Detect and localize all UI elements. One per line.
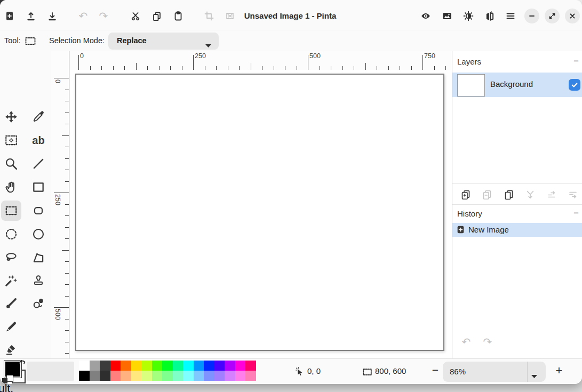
palette-swatch[interactable] (141, 361, 152, 371)
minimize-button[interactable] (524, 9, 539, 23)
palette-swatch[interactable] (204, 371, 214, 381)
palette-swatch[interactable] (235, 361, 246, 371)
delete-layer-button[interactable] (481, 189, 493, 201)
move-layer-down-button[interactable] (567, 189, 579, 201)
tool-zoom[interactable] (1, 154, 21, 174)
selection-mode-dropdown[interactable]: Replace (108, 33, 219, 50)
text-tool-icon: ab (32, 135, 44, 146)
tool-text[interactable]: ab (28, 130, 49, 150)
zoom-dropdown[interactable]: 86% (443, 362, 546, 382)
palette-swatch[interactable] (214, 371, 225, 381)
palette-swatch[interactable] (121, 371, 131, 381)
palette-swatch[interactable] (173, 361, 184, 371)
palette-swatch[interactable] (152, 371, 163, 381)
tool-lasso-select[interactable] (1, 247, 21, 268)
tool-rounded-rectangle[interactable] (28, 201, 49, 221)
history-collapse-button[interactable]: − (572, 210, 580, 218)
add-layer-button[interactable] (460, 189, 472, 201)
palette-swatch[interactable] (183, 361, 194, 371)
palette-swatch[interactable] (235, 371, 246, 381)
reset-colors-swatch[interactable] (2, 378, 7, 383)
palette-swatch[interactable] (173, 371, 184, 381)
palette-swatch[interactable] (162, 361, 173, 371)
tool-clone-stamp[interactable] (28, 270, 49, 291)
palette-swatch[interactable] (110, 371, 121, 381)
undo-icon: ↶ (79, 11, 88, 21)
tool-paintbrush[interactable] (1, 293, 21, 314)
ruler-tick (445, 66, 446, 70)
close-button[interactable] (565, 9, 580, 23)
separator (452, 204, 582, 205)
new-image-button[interactable] (4, 11, 15, 21)
zoom-in-button[interactable]: + (554, 364, 564, 378)
palette-swatch[interactable] (131, 371, 142, 381)
image-menu-button[interactable] (442, 11, 452, 21)
tool-rectangle[interactable] (28, 177, 49, 197)
undo-button[interactable]: ↶ (78, 11, 89, 21)
palette-swatch[interactable] (100, 371, 110, 381)
palette-swatch[interactable] (90, 361, 100, 371)
cut-button[interactable] (130, 11, 141, 21)
layer-row-background[interactable]: Background (452, 73, 582, 97)
duplicate-layer-button[interactable] (503, 189, 515, 201)
history-item-new-image[interactable]: New Image (452, 223, 582, 237)
palette-swatch[interactable] (141, 371, 152, 381)
palette-swatch[interactable] (79, 371, 90, 381)
save-image-button[interactable] (47, 11, 58, 21)
tool-pencil[interactable] (1, 316, 21, 337)
tool-ellipse-select[interactable] (1, 224, 21, 244)
deselect-button[interactable] (225, 11, 235, 21)
zoom-out-button[interactable]: − (430, 364, 441, 378)
layers-collapse-button[interactable]: − (572, 58, 580, 66)
layer-visibility-checkbox[interactable] (569, 79, 580, 91)
palette-swatch[interactable] (245, 371, 256, 381)
maximize-button[interactable] (545, 9, 560, 23)
redo-button[interactable]: ↷ (98, 11, 109, 21)
tool-rectangle-select[interactable] (1, 201, 21, 221)
view-menu-button[interactable] (420, 11, 431, 21)
palette-swatch[interactable] (110, 361, 121, 371)
move-layer-up-button[interactable] (546, 189, 557, 201)
swap-colors-icon[interactable] (18, 359, 26, 369)
palette-swatch[interactable] (194, 361, 204, 371)
recently-used-colors[interactable] (27, 362, 74, 381)
tool-line-curve[interactable] (28, 154, 49, 174)
paste-button[interactable] (173, 11, 184, 21)
palette-swatch[interactable] (79, 361, 90, 371)
effects-menu-button[interactable] (484, 11, 495, 21)
tool-eraser[interactable] (1, 339, 21, 359)
palette-swatch[interactable] (100, 361, 110, 371)
palette-swatch[interactable] (225, 361, 235, 371)
workspace: ab (0, 51, 582, 358)
titlebar[interactable]: ↶ ↷ Unsaved Image 1 - Pinta (0, 0, 582, 31)
tool-magic-wand[interactable] (1, 270, 21, 291)
open-image-button[interactable] (26, 11, 36, 21)
tool-recolor[interactable] (28, 293, 49, 314)
tool-move-selection[interactable] (1, 130, 21, 150)
history-undo-button[interactable]: ↶ (460, 337, 473, 349)
tool-ellipse[interactable] (28, 224, 49, 244)
palette-swatch[interactable] (152, 361, 163, 371)
palette-swatch[interactable] (131, 361, 142, 371)
palette-swatch[interactable] (204, 361, 214, 371)
palette-swatch[interactable] (162, 371, 173, 381)
palette-swatch[interactable] (121, 361, 131, 371)
main-menu-button[interactable] (505, 11, 516, 21)
tool-freeform-shape[interactable] (28, 247, 49, 268)
palette-swatch[interactable] (225, 371, 235, 381)
canvas[interactable] (75, 74, 444, 351)
merge-layer-down-button[interactable] (524, 189, 536, 201)
palette-swatch[interactable] (194, 371, 204, 381)
ruler-tick (90, 66, 91, 70)
palette-swatch[interactable] (214, 361, 225, 371)
copy-button[interactable] (152, 11, 162, 21)
tool-move-selected[interactable] (1, 107, 21, 127)
history-redo-button[interactable]: ↷ (481, 337, 494, 349)
adjustments-menu-button[interactable] (463, 11, 474, 21)
palette-swatch[interactable] (183, 371, 194, 381)
tool-color-picker[interactable] (28, 107, 49, 127)
palette-swatch[interactable] (90, 371, 100, 381)
tool-pan[interactable] (1, 177, 21, 197)
crop-button[interactable] (204, 11, 214, 21)
palette-swatch[interactable] (245, 361, 256, 371)
